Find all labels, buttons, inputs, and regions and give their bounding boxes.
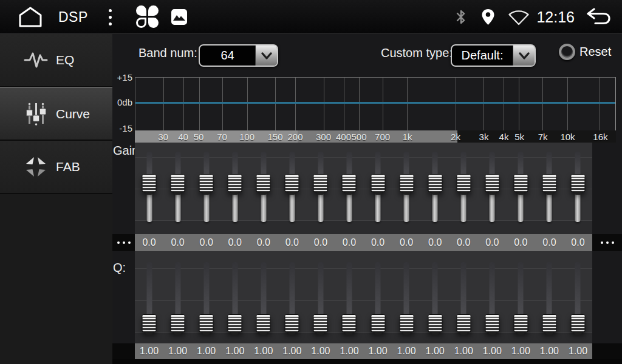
q-slider-knob[interactable] [456, 314, 471, 332]
custom-type-dropdown-button[interactable] [513, 46, 535, 66]
grid-line [183, 78, 184, 130]
curve-plot-area[interactable] [135, 77, 616, 130]
gain-slider-track[interactable] [518, 152, 524, 222]
q-slider-track[interactable] [375, 262, 381, 332]
q-slider-knob[interactable] [256, 314, 271, 332]
q-band-column [392, 251, 421, 343]
q-slider-track[interactable] [575, 262, 581, 332]
q-slider-track[interactable] [547, 262, 552, 332]
gain-slider-knob[interactable] [285, 174, 299, 192]
q-slider-knob[interactable] [228, 314, 242, 332]
gain-slider-track[interactable] [346, 152, 352, 222]
gain-slider-knob[interactable] [570, 174, 585, 192]
gain-slider-knob[interactable] [513, 174, 528, 192]
q-slider-track[interactable] [490, 262, 495, 332]
eq-curve-line[interactable] [135, 102, 615, 104]
q-band-column [364, 251, 392, 343]
q-slider-knob[interactable] [513, 314, 528, 332]
q-slider-track[interactable] [289, 262, 295, 332]
gain-more-left-button[interactable] [112, 234, 135, 251]
gain-slider-knob[interactable] [142, 174, 157, 192]
gain-slider-track[interactable] [175, 152, 180, 222]
sidebar-item-curve[interactable]: Curve [0, 87, 112, 141]
q-slider-knob[interactable] [313, 314, 328, 332]
q-slider-track[interactable] [146, 262, 152, 332]
wifi-icon [507, 8, 530, 25]
gain-more-right-button[interactable] [592, 234, 622, 251]
home-button[interactable] [16, 5, 45, 29]
q-slider-track[interactable] [404, 262, 409, 332]
gain-band-column [249, 143, 278, 234]
sidebar-item-eq[interactable]: EQ [0, 34, 112, 87]
gain-slider-track[interactable] [318, 152, 323, 222]
gain-band-column [220, 143, 249, 234]
reset-radio-icon[interactable] [559, 44, 575, 60]
gain-slider-knob[interactable] [542, 174, 556, 192]
band-num-dropdown[interactable]: 64 [199, 44, 278, 67]
gain-slider-track[interactable] [547, 152, 552, 222]
gain-slider-track[interactable] [490, 152, 495, 222]
gain-slider-knob[interactable] [371, 174, 385, 192]
q-slider-knob[interactable] [399, 314, 414, 332]
q-slider-track[interactable] [346, 262, 352, 332]
q-slider-track[interactable] [261, 262, 266, 332]
q-slider-knob[interactable] [485, 314, 499, 332]
gallery-icon[interactable] [171, 9, 187, 25]
q-band-column [507, 251, 535, 343]
gain-slider-knob[interactable] [256, 174, 271, 192]
gain-slider-knob[interactable] [456, 174, 471, 192]
gain-slider-track[interactable] [432, 152, 438, 222]
back-button[interactable] [586, 7, 611, 27]
q-slider-knob[interactable] [342, 314, 357, 332]
grid-line [504, 78, 504, 130]
q-slider-track[interactable] [175, 262, 180, 332]
apps-clover-icon[interactable] [136, 5, 159, 29]
gain-slider-track[interactable] [375, 152, 381, 222]
grid-line [484, 78, 484, 130]
q-band-column [449, 251, 478, 343]
q-slider-knob[interactable] [371, 314, 385, 332]
overflow-menu-button[interactable] [105, 5, 115, 29]
gain-slider-track[interactable] [232, 152, 238, 222]
gain-slider-track[interactable] [146, 152, 152, 222]
sidebar-item-fab[interactable]: FAB [0, 141, 112, 194]
gain-slider-track[interactable] [461, 152, 466, 222]
q-slider-track[interactable] [461, 262, 466, 332]
reset-button[interactable]: Reset [559, 34, 611, 70]
freq-tick-label: 500 [352, 130, 367, 143]
q-slider-track[interactable] [203, 262, 209, 332]
band-num-dropdown-button[interactable] [255, 46, 277, 66]
gain-slider-knob[interactable] [171, 174, 185, 192]
gain-slider-track[interactable] [404, 152, 409, 222]
q-slider-knob[interactable] [171, 314, 185, 332]
gain-slider-track[interactable] [289, 152, 295, 222]
gain-slider-track[interactable] [203, 152, 209, 222]
gain-value: 0.0 [564, 237, 592, 248]
q-slider-knob[interactable] [570, 314, 585, 332]
frequency-axis-scrollbar[interactable]: 304050701001502003004005007001k2k3k4k5k7… [135, 130, 616, 143]
q-band-column [421, 251, 449, 343]
q-values-left-spacer [112, 343, 135, 359]
gain-slider-knob[interactable] [485, 174, 499, 192]
gain-slider-track[interactable] [261, 152, 266, 222]
gain-slider-knob[interactable] [399, 174, 414, 192]
q-slider-track[interactable] [432, 262, 438, 332]
gain-slider-track[interactable] [575, 152, 581, 222]
custom-type-dropdown[interactable]: Default: [451, 44, 536, 67]
gain-value: 0.0 [192, 237, 220, 248]
q-slider-knob[interactable] [542, 314, 556, 332]
gain-slider-knob[interactable] [428, 174, 442, 192]
gain-band-column [163, 143, 192, 234]
q-slider-knob[interactable] [428, 314, 442, 332]
q-slider-knob[interactable] [199, 314, 214, 332]
q-slider-track[interactable] [318, 262, 323, 332]
q-slider-track[interactable] [232, 262, 238, 332]
gain-slider-knob[interactable] [228, 174, 242, 192]
gain-slider-knob[interactable] [342, 174, 357, 192]
q-slider-track[interactable] [518, 262, 524, 332]
q-slider-knob[interactable] [285, 314, 299, 332]
freq-tick-label: 100 [239, 130, 255, 143]
gain-slider-knob[interactable] [199, 174, 214, 192]
q-slider-knob[interactable] [142, 314, 157, 332]
gain-slider-knob[interactable] [313, 174, 328, 192]
